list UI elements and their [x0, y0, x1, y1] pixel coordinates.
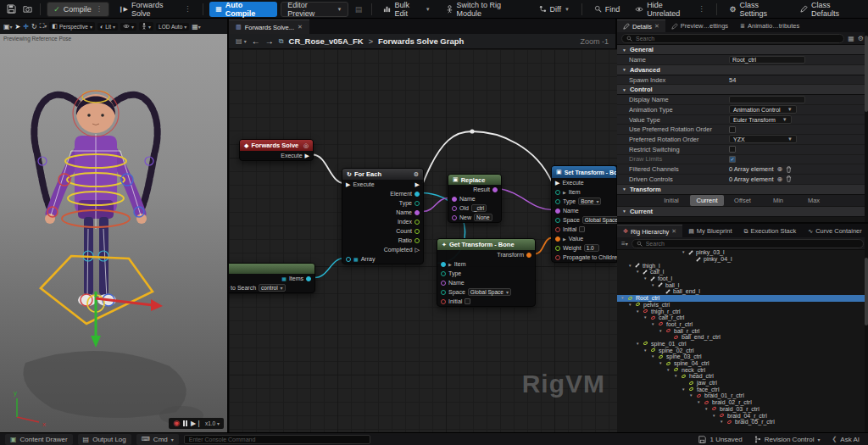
pin-execute[interactable]: ▶Execute — [552, 178, 616, 187]
exec-pin[interactable]: ▶ — [555, 180, 559, 186]
animation-type-dropdown[interactable]: Animation Control▼ — [729, 105, 797, 114]
tree-item-pinky_03_l[interactable]: ▼pinky_03_l — [617, 249, 865, 256]
section-general[interactable]: ▼General — [617, 45, 868, 55]
data-pin[interactable] — [441, 290, 446, 295]
pin-completed[interactable]: Completed▷ — [342, 245, 423, 254]
pin-array[interactable]: ▦Array — [342, 254, 423, 264]
pin-type[interactable]: Type — [437, 269, 535, 278]
pin-weight[interactable]: Weight1.0 — [552, 243, 616, 253]
pin-execute[interactable]: Execute▶ — [240, 151, 313, 160]
pin-name[interactable]: Name — [437, 278, 535, 287]
pin-count[interactable]: Count — [342, 226, 423, 236]
pin-transform[interactable]: Transform — [437, 250, 535, 259]
move-tool-icon[interactable]: ✛ — [23, 23, 29, 31]
node-items-collection[interactable]: ▦ItemsType to Searchcontrol▾ — [229, 263, 315, 293]
add-element-icon[interactable]: ⊕ — [777, 165, 783, 173]
tree-item-braid_04_r_ctrl[interactable]: ▼braid_04_r_ctrl — [617, 412, 865, 419]
expander-icon[interactable]: ▼ — [636, 309, 640, 314]
expander-icon[interactable]: ▼ — [628, 264, 632, 268]
expand-icon[interactable]: ▶ — [563, 236, 566, 242]
tab-execution-stack[interactable]: ⧉ Execution Stack — [738, 225, 803, 237]
expander-icon[interactable]: ▼ — [659, 361, 663, 365]
node-for-each[interactable]: ↻For Each⚙ ▶Execute▶ElementTypeNameIndex… — [342, 168, 424, 264]
pin-result[interactable]: Result — [448, 185, 501, 194]
weight-text[interactable]: 1.0 — [584, 244, 599, 252]
pin-space[interactable]: SpaceGlobal Space▾ — [437, 287, 535, 297]
perspective-dropdown[interactable]: ◧Perspective▾ — [49, 22, 95, 31]
space-dropdown[interactable]: Global Space▾ — [468, 288, 511, 296]
data-pin[interactable] — [441, 262, 446, 267]
tab-my-blueprint[interactable]: ▤ My Blueprint — [682, 225, 737, 237]
editor-preview-dropdown[interactable]: Editor Preview ▼ — [281, 2, 348, 17]
expander-icon[interactable]: ▼ — [651, 354, 655, 359]
revision-control-dropdown[interactable]: Revision Control ▾ — [751, 436, 824, 443]
tree-item-spine_02_ctrl[interactable]: ▼spine_02_ctrl — [617, 347, 865, 353]
pin-propagate-to-children[interactable]: Propagate to Children✓ — [552, 253, 616, 262]
details-scrollbar[interactable] — [865, 19, 868, 222]
pin-type[interactable]: Type — [342, 198, 423, 208]
pin-name[interactable]: Name — [448, 194, 501, 203]
tab-details[interactable]: Details ✕ — [617, 19, 665, 32]
data-pin[interactable] — [415, 201, 420, 206]
tree-item-spine_04_ctrl[interactable]: ▼spine_04_ctrl — [617, 360, 865, 367]
pin-new[interactable]: NewNone — [448, 213, 501, 222]
solve-mode-dropdown[interactable]: ❙▶ Forwards Solve ⋮ — [113, 2, 198, 17]
hierarchy-scrollbar[interactable] — [865, 224, 868, 434]
details-search-input[interactable] — [636, 36, 839, 42]
tree-item-braid_05_r_ctrl[interactable]: ▼braid_05_r_ctrl — [617, 419, 865, 426]
expander-icon[interactable]: ▼ — [659, 329, 663, 333]
step-forward-button[interactable]: ▶❘ — [191, 420, 202, 427]
lod-dropdown[interactable]: LOD Auto▾ — [156, 23, 189, 31]
data-pin[interactable] — [555, 199, 560, 204]
trash-icon[interactable] — [786, 175, 792, 182]
node-header[interactable] — [229, 264, 314, 274]
pin-old[interactable]: Old_ctrl — [448, 203, 501, 213]
camera-icon[interactable]: ▣▾ — [3, 23, 13, 31]
name-field[interactable]: Root_ctrl — [729, 56, 805, 64]
character-display-dropdown[interactable]: ▾ — [139, 22, 153, 31]
find-button[interactable]: Find — [588, 2, 626, 17]
transform-mode-initial[interactable]: Initial — [654, 195, 688, 206]
display-name-field[interactable] — [729, 96, 805, 103]
tree-item-calf_r_ctrl[interactable]: ▼calf_r_ctrl — [617, 314, 865, 321]
section-transform[interactable]: ▼Transform — [617, 185, 868, 195]
switch-to-rig-module-button[interactable]: Switch to Rig Module — [440, 2, 530, 17]
reroute-node[interactable] — [470, 129, 474, 133]
pin-type[interactable]: TypeBone▾ — [552, 197, 616, 206]
node-forwards-solve[interactable]: ◆Forwards Solve◎ Execute▶ — [239, 139, 314, 161]
data-pin[interactable] — [415, 192, 420, 197]
transform-mode-current[interactable]: Current — [690, 195, 724, 206]
compile-options-icon[interactable]: ⋮ — [96, 5, 103, 13]
pin-name[interactable]: Name — [552, 206, 616, 215]
unsaved-indicator[interactable]: 1 Unsaved — [695, 436, 745, 443]
ask-ai-flyout[interactable]: ❮ Ask AI — [828, 436, 863, 443]
tab-forwards-solve[interactable]: ▥ Forwards Solve... ✕ — [229, 19, 309, 34]
use-preferred-rotation-order-checkbox[interactable] — [729, 126, 736, 133]
graph-canvas[interactable]: RigVM ◆Forwards Solve◎ Execute▶ ↻For Eac… — [229, 49, 617, 432]
data-pin[interactable] — [452, 215, 457, 220]
details-search[interactable] — [621, 34, 844, 43]
space-dropdown[interactable]: Global Space▾ — [582, 216, 617, 224]
tree-item-ball_l[interactable]: ▼ball_l — [617, 281, 865, 288]
pin-index[interactable]: Index — [342, 217, 423, 226]
expander-icon[interactable]: ▼ — [689, 393, 693, 398]
bulk-edit-dropdown[interactable]: Bulk Edit ▼ — [377, 2, 436, 17]
value-type-dropdown[interactable]: Euler Transform▼ — [729, 115, 792, 124]
breadcrumb-page[interactable]: Forwards Solve Graph — [378, 36, 464, 46]
display-options-icon[interactable]: ▦ — [848, 35, 854, 42]
expander-icon[interactable]: ▼ — [704, 407, 709, 411]
tree-item-calf_l[interactable]: ▼calf_l — [617, 269, 865, 275]
trash-icon[interactable] — [786, 166, 792, 173]
expander-icon[interactable]: ▼ — [712, 414, 716, 418]
data-pin[interactable] — [555, 236, 560, 242]
pin-item[interactable]: ▶Item — [437, 259, 535, 269]
data-pin[interactable] — [415, 210, 420, 215]
node-set-transform-bone[interactable]: ▣Set Transform - Bone ▶Execute▶ItemTypeB… — [551, 165, 617, 263]
pin-ratio[interactable]: Ratio — [342, 236, 423, 245]
data-pin[interactable] — [346, 257, 351, 262]
save-icon[interactable] — [5, 3, 18, 16]
layers-icon[interactable]: ▤ — [352, 3, 364, 16]
select-tool-icon[interactable]: ➤ — [15, 23, 21, 31]
old-text[interactable]: _ctrl — [471, 204, 487, 212]
pin-items[interactable]: ▦Items — [229, 274, 314, 283]
